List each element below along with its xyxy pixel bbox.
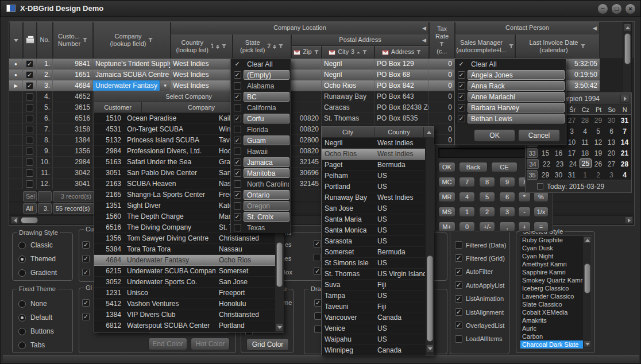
column-header-tax-rate[interactable]: Tax Rate(c... bbox=[429, 22, 455, 59]
column-header-city[interactable]: City3 bbox=[322, 46, 374, 59]
column-header-zip[interactable]: Zip bbox=[291, 46, 322, 59]
checkbox[interactable] bbox=[82, 269, 90, 276]
company-list-item[interactable]: 1384 VIP Divers Club Christiansted bbox=[94, 309, 275, 320]
filter-icon[interactable] bbox=[416, 50, 422, 55]
state-pick-item[interactable]: Oregon bbox=[231, 200, 291, 211]
checkbox[interactable] bbox=[455, 308, 462, 316]
state-pick-item[interactable]: Alabama bbox=[231, 80, 291, 91]
minimize-button[interactable]: − bbox=[597, 3, 608, 14]
radio-option[interactable]: Tabs bbox=[18, 341, 45, 349]
calculator-key[interactable]: M+ bbox=[438, 222, 455, 232]
cell-company[interactable]: Neptune's Trident Supply bbox=[93, 59, 171, 69]
row-select-cell[interactable] bbox=[23, 69, 37, 80]
cell-customer-number[interactable]: 2984 bbox=[53, 157, 93, 168]
cell-city[interactable]: St. Thomas bbox=[322, 113, 374, 124]
company-list-item[interactable]: 3052 Underwater Sports Co. San Jose bbox=[94, 277, 275, 288]
city-list-item[interactable]: Paget Bermuda bbox=[322, 160, 425, 171]
state-pick-item[interactable]: BC bbox=[231, 91, 291, 102]
manager-item[interactable]: Anne Mariachi bbox=[455, 91, 566, 102]
checkbox[interactable] bbox=[234, 158, 241, 166]
band-postal-address[interactable]: Postal Address◀ bbox=[291, 34, 429, 46]
calendar-day[interactable]: 7 bbox=[618, 126, 631, 137]
calendar-day[interactable]: 25 bbox=[580, 158, 592, 168]
calculator-key[interactable]: 5 bbox=[479, 192, 495, 202]
filter-icon[interactable] bbox=[509, 44, 514, 49]
horizontal-scroll-thumb[interactable] bbox=[21, 217, 38, 223]
state-pick-item[interactable]: Clear All bbox=[231, 59, 291, 69]
radio-button[interactable] bbox=[18, 269, 26, 277]
city-list-item[interactable]: Ocho Rios West Indies bbox=[322, 149, 425, 160]
calendar-day[interactable]: 22 bbox=[540, 158, 553, 169]
state-pick-item[interactable]: Guam bbox=[231, 135, 291, 146]
state-pick-item[interactable]: California bbox=[231, 102, 291, 113]
filter-option[interactable]: Filtered (Grid) bbox=[455, 254, 505, 262]
scroll-right-button[interactable] bbox=[625, 216, 633, 224]
cell-country[interactable]: West Indies bbox=[171, 69, 233, 80]
row-select-cell[interactable] bbox=[23, 135, 37, 146]
cell-zip[interactable] bbox=[291, 59, 322, 69]
cell-customer-number[interactable]: 9841 bbox=[53, 59, 93, 69]
style-listbox[interactable]: Ruby GraphiteCyan DuskCyan NightAmethyst… bbox=[520, 235, 592, 349]
cell-city[interactable]: Negril bbox=[322, 59, 374, 69]
city-list-item[interactable]: Winnipeg Canada bbox=[322, 345, 425, 356]
calendar-day[interactable]: 11 bbox=[578, 137, 592, 148]
city-list-item[interactable]: Vancouver Canada bbox=[322, 312, 425, 323]
checkbox[interactable] bbox=[234, 82, 241, 90]
filter-icon[interactable] bbox=[439, 42, 445, 47]
style-list-item[interactable]: Cyan Night bbox=[520, 252, 584, 260]
row-checkbox[interactable] bbox=[26, 169, 33, 177]
cell-country[interactable]: West Indies bbox=[171, 59, 233, 69]
style-list-item[interactable]: Ruby Graphite bbox=[520, 236, 584, 244]
checkbox[interactable] bbox=[234, 104, 241, 111]
column-header-country[interactable]: Country(lookup list)1 bbox=[171, 34, 233, 59]
filter-icon[interactable] bbox=[314, 50, 319, 55]
cell-no[interactable]: 9. bbox=[37, 146, 53, 157]
cell-customer-number[interactable]: 3615 bbox=[53, 102, 93, 113]
cell-no[interactable]: 12. bbox=[37, 179, 53, 189]
dropdown-scroll-thumb[interactable] bbox=[276, 242, 283, 287]
calendar-day[interactable]: 4 bbox=[618, 169, 631, 180]
style-list-item[interactable]: Carbon bbox=[520, 332, 584, 340]
city-list-item[interactable]: Runaway Bay West Indies bbox=[322, 192, 425, 203]
calendar-day[interactable]: 1 bbox=[578, 169, 592, 180]
cell-no[interactable]: 3. bbox=[37, 80, 53, 91]
manager-item[interactable]: Clear All bbox=[455, 59, 566, 69]
calendar-day[interactable]: 14 bbox=[618, 137, 631, 148]
cell-city[interactable]: Caracas bbox=[322, 102, 374, 113]
cell-customer-number[interactable]: 3041 bbox=[53, 179, 93, 189]
radio-button[interactable] bbox=[18, 255, 26, 263]
cell-no[interactable]: 6. bbox=[37, 113, 53, 124]
column-header-company[interactable]: Company(lookup field) bbox=[93, 22, 171, 59]
calculator-key[interactable]: , bbox=[499, 222, 515, 232]
calculator-key[interactable]: 6 bbox=[499, 192, 515, 202]
checkbox[interactable] bbox=[234, 115, 241, 122]
cell-zip[interactable]: 02800 bbox=[291, 135, 322, 146]
company-list-item[interactable]: 6812 Waterspout SCUBA Center Portland bbox=[94, 320, 275, 331]
row-checkbox[interactable] bbox=[26, 148, 33, 155]
calendar-day[interactable]: 29 bbox=[539, 169, 552, 180]
calculator-key[interactable]: 4 bbox=[459, 192, 475, 202]
row-checkbox[interactable] bbox=[26, 126, 33, 133]
row-select-cell[interactable] bbox=[23, 59, 37, 69]
checkbox[interactable] bbox=[455, 268, 462, 276]
calendar-day[interactable]: 31 bbox=[565, 169, 578, 180]
calendar-day[interactable]: 28 bbox=[578, 115, 592, 126]
cell-no[interactable]: 10. bbox=[37, 157, 53, 168]
city-list-item[interactable]: Somerset Bermuda bbox=[322, 247, 425, 258]
style-list-item[interactable]: Smokey Quartz Kamri bbox=[520, 276, 584, 284]
cell-zip[interactable] bbox=[291, 80, 322, 91]
row-select-cell[interactable] bbox=[23, 124, 37, 135]
calculator-key[interactable]: = bbox=[534, 222, 549, 232]
calculator-key[interactable]: 1/x bbox=[534, 207, 549, 217]
state-pick-item[interactable]: Corfu bbox=[231, 113, 291, 124]
city-list-item[interactable]: Tampa US bbox=[322, 291, 425, 301]
state-pick-item[interactable]: (Empty) bbox=[231, 69, 291, 80]
cell-city[interactable]: Runaway Bay bbox=[322, 91, 374, 102]
manager-item[interactable]: Angela Jones bbox=[455, 69, 566, 80]
checkbox[interactable] bbox=[458, 115, 465, 122]
calculator-key[interactable]: 9 bbox=[499, 177, 515, 187]
checkbox[interactable] bbox=[458, 93, 465, 100]
filter-option[interactable]: AutoFilter bbox=[455, 268, 493, 276]
calendar-day[interactable]: 15 bbox=[539, 148, 552, 158]
calendar-day[interactable]: 31 bbox=[618, 115, 631, 126]
